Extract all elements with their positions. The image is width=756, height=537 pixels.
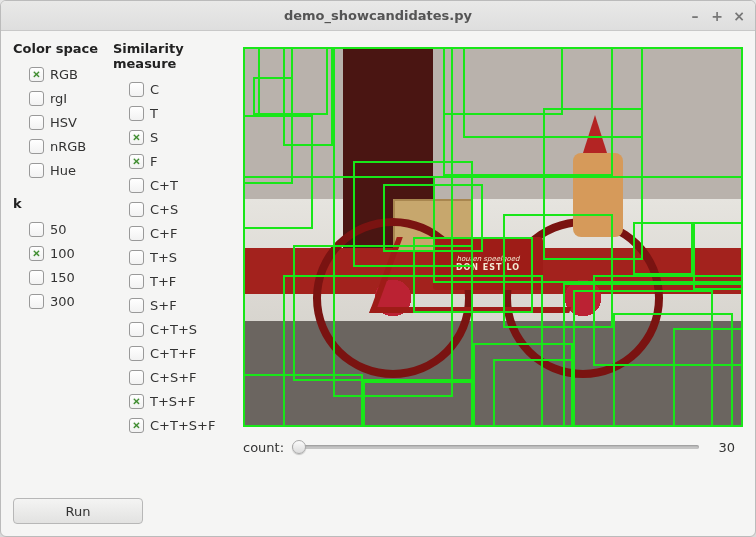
checkbox[interactable]: [29, 67, 44, 82]
content-area: Color space RGBrgIHSVnRGBHue k 501001503…: [1, 31, 755, 536]
close-button[interactable]: ×: [729, 7, 749, 25]
app-window: demo_showcandidates.py – + × Color space…: [0, 0, 756, 537]
checkbox[interactable]: [129, 250, 144, 265]
k-option-label: 100: [50, 246, 75, 261]
color-space-options: RGBrgIHSVnRGBHue: [13, 62, 103, 182]
k-option[interactable]: 100: [13, 241, 103, 265]
bike-sign: houten speelgoed DON ESTILO: [433, 237, 543, 290]
similarity-option[interactable]: S: [113, 125, 233, 149]
similarity-option[interactable]: T: [113, 101, 233, 125]
run-button-label: Run: [66, 504, 91, 519]
color-space-option-label: rgI: [50, 91, 67, 106]
count-value: 30: [707, 440, 735, 455]
titlebar: demo_showcandidates.py – + ×: [1, 1, 755, 31]
similarity-option-label: C+T: [150, 178, 178, 193]
similarity-options: CTSFC+TC+SC+FT+ST+FS+FC+T+SC+T+FC+S+FT+S…: [113, 77, 233, 437]
checkbox[interactable]: [29, 115, 44, 130]
similarity-option[interactable]: C+T+S+F: [113, 413, 233, 437]
similarity-option-label: T: [150, 106, 158, 121]
similarity-option-label: T+F: [150, 274, 176, 289]
checkbox[interactable]: [29, 91, 44, 106]
checkbox[interactable]: [129, 178, 144, 193]
checkbox[interactable]: [29, 246, 44, 261]
checkbox[interactable]: [129, 322, 144, 337]
similarity-option-label: C: [150, 82, 159, 97]
checkbox[interactable]: [129, 346, 144, 361]
left-panel: Color space RGBrgIHSVnRGBHue k 501001503…: [13, 41, 103, 524]
checkbox[interactable]: [29, 139, 44, 154]
similarity-option-label: C+S: [150, 202, 178, 217]
checkbox[interactable]: [129, 274, 144, 289]
similarity-option-label: C+T+S: [150, 322, 197, 337]
count-slider[interactable]: [292, 437, 699, 457]
k-options: 50100150300: [13, 217, 103, 313]
checkbox[interactable]: [129, 202, 144, 217]
color-space-option-label: RGB: [50, 67, 78, 82]
color-space-option-label: Hue: [50, 163, 76, 178]
checkbox[interactable]: [129, 394, 144, 409]
similarity-option[interactable]: C+S: [113, 197, 233, 221]
similarity-option-label: T+S+F: [150, 394, 195, 409]
sign-line2: DON ESTILO: [456, 263, 520, 272]
k-option[interactable]: 150: [13, 265, 103, 289]
similarity-option-label: C+T+F: [150, 346, 196, 361]
color-space-heading: Color space: [13, 41, 103, 56]
image-scene: houten speelgoed DON ESTILO: [243, 47, 743, 427]
similarity-option[interactable]: C: [113, 77, 233, 101]
color-space-option[interactable]: rgI: [13, 86, 103, 110]
similarity-option-label: S+F: [150, 298, 177, 313]
checkbox[interactable]: [129, 370, 144, 385]
color-space-option-label: HSV: [50, 115, 77, 130]
checkbox[interactable]: [129, 226, 144, 241]
similarity-panel: Similarity measure CTSFC+TC+SC+FT+ST+FS+…: [113, 41, 233, 524]
color-space-option[interactable]: Hue: [13, 158, 103, 182]
k-option-label: 150: [50, 270, 75, 285]
checkbox[interactable]: [129, 154, 144, 169]
color-space-option[interactable]: RGB: [13, 62, 103, 86]
similarity-option[interactable]: T+S: [113, 245, 233, 269]
similarity-option-label: F: [150, 154, 157, 169]
similarity-option[interactable]: C+T+S: [113, 317, 233, 341]
maximize-button[interactable]: +: [707, 7, 727, 25]
similarity-option[interactable]: F: [113, 149, 233, 173]
similarity-option[interactable]: T+S+F: [113, 389, 233, 413]
color-space-option-label: nRGB: [50, 139, 86, 154]
similarity-option[interactable]: C+T: [113, 173, 233, 197]
similarity-option[interactable]: S+F: [113, 293, 233, 317]
main-panel: houten speelgoed DON ESTILO count: 30: [243, 41, 743, 524]
count-label: count:: [243, 440, 284, 455]
similarity-heading: Similarity measure: [113, 41, 233, 71]
checkbox[interactable]: [129, 130, 144, 145]
similarity-option[interactable]: C+S+F: [113, 365, 233, 389]
sign-line1: houten speelgoed: [457, 255, 520, 263]
k-option[interactable]: 50: [13, 217, 103, 241]
checkbox[interactable]: [129, 418, 144, 433]
color-space-option[interactable]: HSV: [13, 110, 103, 134]
similarity-option-label: S: [150, 130, 158, 145]
similarity-option-label: C+S+F: [150, 370, 197, 385]
similarity-option[interactable]: T+F: [113, 269, 233, 293]
similarity-option-label: C+T+S+F: [150, 418, 215, 433]
candidate-image: houten speelgoed DON ESTILO: [243, 47, 743, 427]
similarity-option[interactable]: C+F: [113, 221, 233, 245]
checkbox[interactable]: [129, 298, 144, 313]
checkbox[interactable]: [29, 270, 44, 285]
similarity-option[interactable]: C+T+F: [113, 341, 233, 365]
minimize-button[interactable]: –: [685, 7, 705, 25]
checkbox[interactable]: [129, 106, 144, 121]
checkbox[interactable]: [29, 222, 44, 237]
k-heading: k: [13, 196, 103, 211]
checkbox[interactable]: [129, 82, 144, 97]
k-option-label: 50: [50, 222, 67, 237]
slider-thumb[interactable]: [292, 440, 306, 454]
window-controls: – + ×: [685, 7, 749, 25]
checkbox[interactable]: [29, 294, 44, 309]
k-option-label: 300: [50, 294, 75, 309]
color-space-option[interactable]: nRGB: [13, 134, 103, 158]
k-option[interactable]: 300: [13, 289, 103, 313]
count-slider-row: count: 30: [243, 437, 743, 457]
window-title: demo_showcandidates.py: [284, 8, 472, 23]
similarity-option-label: C+F: [150, 226, 177, 241]
similarity-option-label: T+S: [150, 250, 177, 265]
checkbox[interactable]: [29, 163, 44, 178]
